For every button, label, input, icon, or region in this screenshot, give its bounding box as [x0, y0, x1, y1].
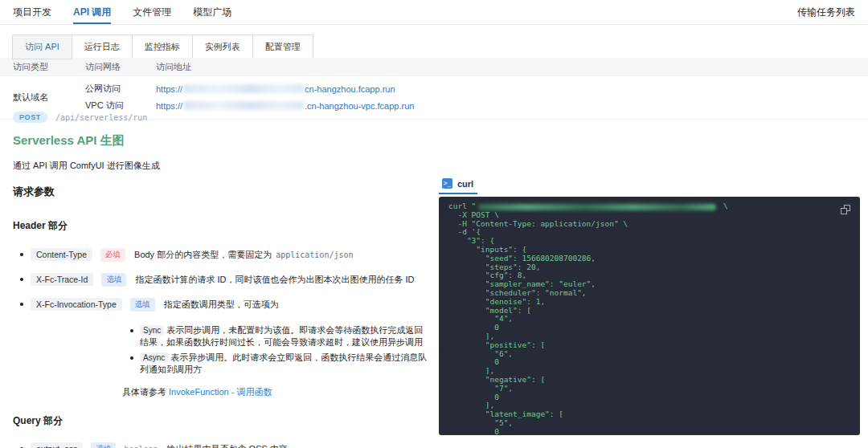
section-request-params: 请求参数 — [13, 185, 431, 199]
section-query-title: Query 部分 — [13, 414, 431, 428]
table-header-network: 访问网络 — [85, 61, 156, 73]
header-param-list: Content-Type 必填 Body 部分的内容类型，需要固定为 appli… — [13, 248, 431, 311]
bullet-dot — [20, 278, 23, 281]
bullet-dot — [130, 356, 133, 360]
param-desc: Body 部分的内容类型，需要固定为 — [134, 249, 272, 261]
code-line: -H "Content-Type: application/json" \ — [448, 220, 850, 229]
redacted-url — [478, 204, 716, 210]
param-item: output_oss 选填 boolean 输出结果中是否包含 OSS 内容 — [20, 442, 431, 448]
endpoint-path: /api/serverless/run — [55, 113, 147, 122]
subtab-label: 实例列表 — [205, 42, 240, 51]
topnav-item-label: API 调用 — [73, 6, 111, 19]
option-desc: 表示异步调用。此时请求会立即返回，函数执行结果会通过消息队列通知到调用方 — [140, 352, 427, 374]
copy-icon[interactable] — [841, 205, 850, 214]
api-title: Serverless API 生图 — [13, 133, 431, 148]
code-tabbar: >_ curl — [439, 177, 860, 194]
param-name: X-Fc-Trace-Id — [31, 273, 93, 286]
transfer-task-list-link[interactable]: 传输任务列表 — [797, 0, 855, 24]
param-desc: 输出结果中是否包含 OSS 内容 — [167, 443, 288, 448]
subtab-label: 访问 API — [25, 42, 59, 51]
param-item: X-Fc-Invocation-Type 选填 指定函数调用类型，可选项为 — [20, 298, 431, 311]
network-cell: VPC 访问 — [85, 100, 156, 112]
domain-type-cell: 默认域名 — [13, 80, 85, 114]
option-desc: 表示同步调用，未配置时为该值。即请求会等待函数执行完成返回结果，如果函数执行时间… — [140, 325, 423, 347]
code-line: "positive": [ — [448, 341, 850, 350]
subtab-label: 监控指标 — [145, 42, 180, 51]
code-line: -X POST \ — [448, 211, 850, 220]
code-line: "seed": 156680208700286, — [448, 255, 850, 263]
topnav: 项目开发 API 调用 文件管理 模型广场 传输任务列表 — [0, 0, 868, 25]
topnav-item-label: 文件管理 — [133, 6, 171, 19]
table-header-access-type: 访问类型 — [13, 61, 85, 73]
bullet-dot — [130, 329, 133, 332]
param-desc-code: application/json — [276, 250, 353, 259]
post-method-badge: POST — [13, 112, 47, 123]
param-item: X-Fc-Trace-Id 选填 指定函数计算的请求 ID，同时该值也会作为出图… — [20, 273, 431, 286]
subtab-label: 运行日志 — [84, 42, 120, 51]
topnav-item[interactable]: 模型广场 — [193, 0, 231, 24]
param-name: X-Fc-Invocation-Type — [31, 298, 122, 311]
param-badge: 必填 — [100, 248, 125, 262]
invoke-function-link[interactable]: InvokeFunction - 调用函数 — [169, 387, 272, 397]
param-desc: 指定函数计算的请求 ID，同时该值也会作为出图本次出图使用的任务 ID — [135, 274, 414, 286]
code-line: 0 — [448, 324, 850, 332]
reference-note: 具体请参考 InvokeFunction - 调用函数 — [122, 386, 431, 398]
code-lines: -X POST \ -H "Content-Type: application/… — [448, 211, 850, 435]
code-line: curl " \ — [448, 202, 850, 211]
subtab-label: 配置管理 — [265, 42, 301, 51]
topnav-item-label: 项目开发 — [13, 6, 51, 19]
subtab[interactable]: 监控指标 — [132, 35, 193, 59]
bullet-dot — [20, 253, 23, 256]
subtab[interactable]: 访问 API — [12, 35, 72, 59]
code-line: "6", — [448, 350, 850, 359]
code-block: curl " \ -X POST \ -H "Content-Type: app… — [439, 197, 860, 435]
endpoint-url[interactable]: https://cn-hangzhou.fcapp.run — [156, 84, 395, 94]
doc-column: Serverless API 生图 通过 API 调用 ComfyUI 进行图像… — [13, 133, 431, 448]
endpoint-table-header: 访问类型 访问网络 访问地址 — [0, 58, 868, 76]
curl-tab[interactable]: >_ curl — [439, 177, 477, 194]
network-cell: 公网访问 — [85, 83, 156, 95]
table-header-address: 访问地址 — [156, 61, 191, 73]
topnav-item[interactable]: API 调用 — [73, 0, 111, 24]
query-param-list: output_oss 选填 boolean 输出结果中是否包含 OSS 内容 o… — [13, 442, 431, 448]
code-line: "5", — [448, 419, 850, 428]
code-line: 0 — [448, 428, 850, 435]
subtabs: 访问 API 运行日志 监控指标 实例列表 配置管理 — [13, 35, 313, 59]
code-line: "7", — [448, 385, 850, 393]
param-name: output_oss — [31, 442, 83, 448]
code-line: 0 — [448, 393, 850, 402]
param-badge: 选填 — [130, 298, 155, 312]
subtab[interactable]: 实例列表 — [192, 35, 253, 59]
option-name: Async — [140, 352, 168, 363]
endpoint-table: 访问类型 访问网络 访问地址 默认域名 公网访问 https://cn-hang… — [0, 58, 868, 120]
param-desc: 指定函数调用类型，可选项为 — [164, 299, 279, 311]
topnav-item[interactable]: 项目开发 — [13, 0, 51, 24]
endpoint-url[interactable]: https://.cn-hangzhou-vpc.fcapp.run — [156, 101, 414, 111]
endpoint-method-line: POST /api/serverless/run — [13, 112, 147, 123]
api-description: 通过 API 调用 ComfyUI 进行图像生成 — [13, 160, 431, 172]
code-line: 0 — [448, 358, 850, 367]
param-badge: 选填 — [91, 442, 116, 448]
topnav-item-label: 模型广场 — [193, 6, 231, 19]
subtab[interactable]: 运行日志 — [72, 35, 133, 59]
redacted-url-segment — [183, 101, 304, 110]
code-line: "4", — [448, 315, 850, 324]
curl-language-icon: >_ — [442, 178, 452, 189]
bullet-dot — [20, 303, 23, 306]
curl-tab-label: curl — [457, 179, 473, 189]
option-name: Sync — [140, 325, 164, 336]
topnav-item[interactable]: 文件管理 — [133, 0, 171, 24]
code-line: -d '{ — [448, 228, 850, 237]
subtab[interactable]: 配置管理 — [252, 35, 313, 59]
param-type: boolean — [124, 445, 158, 448]
code-line: "denoise": 1, — [448, 298, 850, 307]
param-name: Content-Type — [31, 248, 92, 261]
code-panel: >_ curl curl " \ -X POST \ -H "Content-T… — [439, 177, 860, 435]
invocation-option-item: Async 表示异步调用。此时请求会立即返回，函数执行结果会通过消息队列通知到调… — [130, 352, 431, 376]
param-item: Content-Type 必填 Body 部分的内容类型，需要固定为 appli… — [20, 248, 431, 261]
section-header-title: Header 部分 — [13, 219, 431, 233]
param-badge: 选填 — [101, 273, 126, 287]
invocation-options-list: Sync 表示同步调用，未配置时为该值。即请求会等待函数执行完成返回结果，如果函… — [130, 324, 431, 376]
reference-note-text: 具体请参考 — [122, 387, 166, 397]
table-row: 公网访问 https://cn-hangzhou.fcapp.run — [85, 80, 868, 97]
